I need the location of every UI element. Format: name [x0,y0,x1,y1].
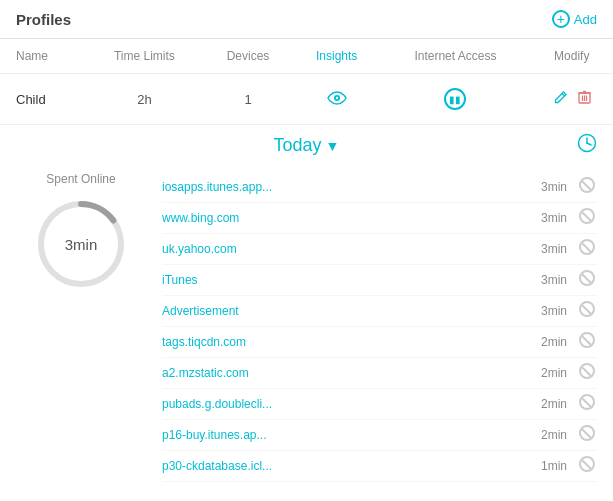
cell-time-limits: 2h [86,74,204,125]
site-name[interactable]: pubads.g.doublecli... [162,397,531,411]
site-list: iosapps.itunes.app...3minwww.bing.com3mi… [162,172,597,482]
svg-line-3 [562,94,565,97]
site-name[interactable]: p30-ckdatabase.icl... [162,459,531,473]
col-devices: Devices [203,39,293,74]
plus-circle-icon: + [552,10,570,28]
site-row: a2.mzstatic.com2min [162,358,597,389]
clock-icon[interactable] [577,133,597,158]
pause-icon: ▮▮ [444,88,466,110]
site-row: p16-buy.itunes.ap...2min [162,420,597,451]
svg-line-12 [587,143,591,145]
col-internet-access: Internet Access [381,39,531,74]
modify-actions [538,90,605,108]
site-name[interactable]: a2.mzstatic.com [162,366,531,380]
site-row: p30-ckdatabase.icl...1min [162,451,597,482]
site-name[interactable]: Advertisement [162,304,531,318]
block-icon[interactable] [577,363,597,383]
circle-chart-container: Spent Online 3min [16,172,146,482]
block-icon[interactable] [577,425,597,445]
site-row: tags.tiqcdn.com2min [162,327,597,358]
table-row: Child 2h 1 ▮▮ [0,74,613,125]
profiles-table: Name Time Limits Devices Insights Intern… [0,39,613,125]
col-modify: Modify [530,39,613,74]
edit-icon[interactable] [553,90,568,108]
add-label: Add [574,12,597,27]
block-icon[interactable] [577,177,597,197]
site-row: Advertisement3min [162,296,597,327]
circle-center-time: 3min [65,236,98,253]
site-row: iosapps.itunes.app...3min [162,172,597,203]
circle-chart: 3min [31,194,131,294]
cell-name: Child [0,74,86,125]
block-icon[interactable] [577,239,597,259]
insights-body: Spent Online 3min iosapps.itunes.app...3… [16,172,597,482]
insights-section: Today ▼ Spent Online 3min iosapps.itunes [0,125,613,482]
col-time-limits: Time Limits [86,39,204,74]
insights-header: Today ▼ [16,135,597,156]
site-time: 3min [531,242,567,256]
site-time: 2min [531,335,567,349]
col-name: Name [0,39,86,74]
site-row: iTunes3min [162,265,597,296]
block-icon[interactable] [577,332,597,352]
today-label: Today [274,135,322,156]
page-title: Profiles [16,11,71,28]
cell-insights[interactable] [293,74,381,125]
block-icon[interactable] [577,301,597,321]
spent-online-label: Spent Online [46,172,115,186]
cell-devices: 1 [203,74,293,125]
site-row: pubads.g.doublecli...2min [162,389,597,420]
site-row: www.bing.com3min [162,203,597,234]
site-time: 2min [531,428,567,442]
block-icon[interactable] [577,456,597,476]
eye-icon [327,91,347,105]
cell-internet-access[interactable]: ▮▮ [381,74,531,125]
site-row: uk.yahoo.com3min [162,234,597,265]
site-time: 2min [531,397,567,411]
svg-point-2 [335,96,337,98]
chevron-down-icon[interactable]: ▼ [326,138,340,154]
site-time: 3min [531,273,567,287]
col-insights: Insights [293,39,381,74]
cell-modify [530,74,613,125]
site-name[interactable]: p16-buy.itunes.ap... [162,428,531,442]
site-name[interactable]: iosapps.itunes.app... [162,180,531,194]
site-time: 3min [531,304,567,318]
site-time: 3min [531,211,567,225]
site-name[interactable]: www.bing.com [162,211,531,225]
block-icon[interactable] [577,394,597,414]
site-time: 2min [531,366,567,380]
site-name[interactable]: tags.tiqcdn.com [162,335,531,349]
block-icon[interactable] [577,208,597,228]
block-icon[interactable] [577,270,597,290]
add-button[interactable]: + Add [552,10,597,28]
site-time: 3min [531,180,567,194]
trash-icon[interactable] [578,90,591,108]
site-time: 1min [531,459,567,473]
site-name[interactable]: iTunes [162,273,531,287]
page-header: Profiles + Add [0,0,613,39]
site-name[interactable]: uk.yahoo.com [162,242,531,256]
